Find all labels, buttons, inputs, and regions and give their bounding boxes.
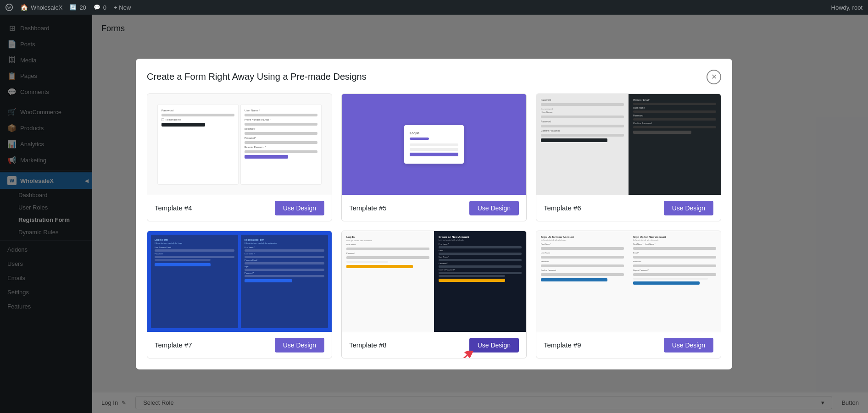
template-card-4: Password Remember me User Name * Phone N… xyxy=(147,94,332,221)
template-card-7: Log In Form Fill out the form carefully … xyxy=(147,231,332,358)
comments-bar[interactable]: 💬 0 xyxy=(94,4,106,11)
modal-title: Create a Form Right Away Using a Pre-mad… xyxy=(147,72,367,82)
template-footer-8: Template #8 Use Design xyxy=(342,332,526,358)
template-preview-5: Log In xyxy=(342,94,526,195)
admin-bar: W 🏠 WholesaleX 🔄 20 💬 0 + New Howdy, roo… xyxy=(0,0,868,15)
template-4-name: Template #4 xyxy=(155,204,192,212)
template-footer-9: Template #9 Use Design xyxy=(536,332,721,358)
use-design-btn-5[interactable]: Use Design xyxy=(469,201,519,215)
template-modal: Create a Form Right Away Using a Pre-mad… xyxy=(136,59,732,369)
svg-line-3 xyxy=(452,355,467,358)
wp-logo[interactable]: W xyxy=(6,4,13,11)
template-footer-7: Template #7 Use Design xyxy=(147,332,332,358)
use-design-btn-7[interactable]: Use Design xyxy=(275,338,324,352)
template-card-5: Log In Template #5 Use Design xyxy=(341,94,527,221)
use-design-btn-8[interactable]: Use Design xyxy=(469,338,519,352)
use-design-btn-9[interactable]: Use Design xyxy=(664,338,713,352)
modal-overlay[interactable]: Create a Form Right Away Using a Pre-mad… xyxy=(0,15,868,413)
template-preview-6: Password Your password User Name Passwor… xyxy=(536,94,721,195)
arrow-indicator xyxy=(448,351,475,358)
template-preview-4: Password Remember me User Name * Phone N… xyxy=(147,94,332,195)
template-footer-6: Template #6 Use Design xyxy=(536,195,721,221)
template-5-name: Template #5 xyxy=(349,204,387,212)
template-card-9: Sign Up for New Account Let's get starte… xyxy=(536,231,721,358)
site-name-bar[interactable]: 🏠 WholesaleX xyxy=(20,4,62,11)
template-card-6: Password Your password User Name Passwor… xyxy=(536,94,721,221)
template-preview-8: Log In Let's get started with wholesale … xyxy=(342,231,526,332)
template-footer-5: Template #5 Use Design xyxy=(342,195,526,221)
modal-close-button[interactable]: ✕ xyxy=(707,70,721,84)
use-design-btn-6[interactable]: Use Design xyxy=(664,201,713,215)
use-design-btn-4[interactable]: Use Design xyxy=(275,201,324,215)
template-7-name: Template #7 xyxy=(155,341,192,349)
template-8-name: Template #8 xyxy=(349,341,387,349)
updates-bar[interactable]: 🔄 20 xyxy=(70,4,86,11)
template-preview-9: Sign Up for New Account Let's get starte… xyxy=(536,231,721,332)
template-preview-7: Log In Form Fill out the form carefully … xyxy=(147,231,332,332)
template-6-name: Template #6 xyxy=(544,204,581,212)
modal-header: Create a Form Right Away Using a Pre-mad… xyxy=(147,70,721,84)
template-footer-4: Template #4 Use Design xyxy=(147,195,332,221)
template-card-8: Log In Let's get started with wholesale … xyxy=(341,231,527,358)
svg-text:W: W xyxy=(7,6,11,10)
new-content-bar[interactable]: + New xyxy=(114,4,131,11)
template-9-name: Template #9 xyxy=(544,341,581,349)
howdy-bar: Howdy, root xyxy=(831,4,862,11)
template-grid: Password Remember me User Name * Phone N… xyxy=(147,94,721,358)
